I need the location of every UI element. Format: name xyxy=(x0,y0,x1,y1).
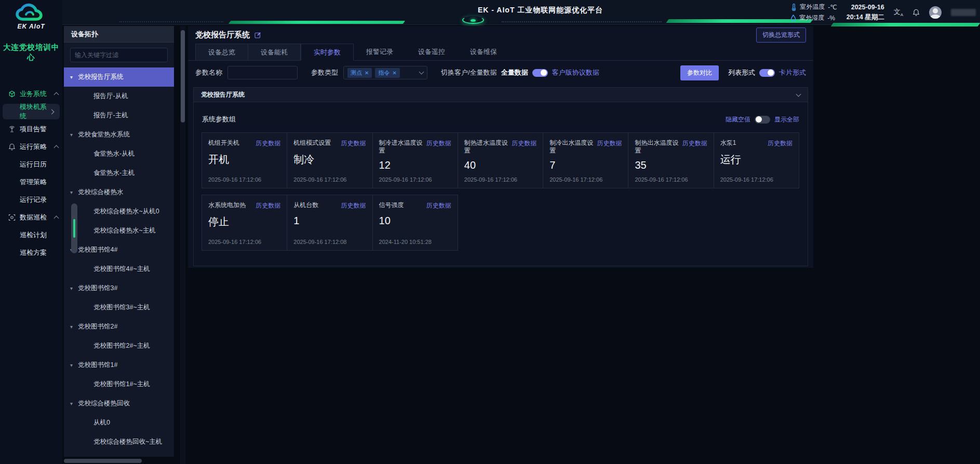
outdoor-temp-label: 室外温度 xyxy=(800,3,825,11)
edit-title-icon[interactable] xyxy=(254,32,261,38)
param-title: 从机台数 xyxy=(293,201,318,209)
tree-node[interactable]: 党校图书馆2#~主机 xyxy=(64,336,174,356)
tree-node[interactable]: 党校图书馆4#~主机 xyxy=(64,260,174,279)
tab[interactable]: 设备总览 xyxy=(195,44,248,60)
param-timestamp: 2025-09-16 17:12:06 xyxy=(208,176,280,183)
panel-collapse-handle[interactable] xyxy=(71,203,77,253)
tree-node[interactable]: 党校图书馆1#~主机 xyxy=(64,375,174,394)
sidebar-submenu-item[interactable]: 巡检方案 xyxy=(0,244,62,262)
tab[interactable]: 设备能耗 xyxy=(248,44,301,60)
history-data-link[interactable]: 历史数据 xyxy=(682,139,707,148)
tree-node[interactable]: ▾ 党校图书馆3# xyxy=(64,279,174,298)
tree-caret-icon[interactable]: ▾ xyxy=(70,132,78,138)
system-section: 党校报告厅系统 系统参数组 隐藏空值 显示全部 机组开关机 历史数据 开机 20… xyxy=(193,87,808,266)
hide-empty-label: 隐藏空值 xyxy=(726,115,750,124)
tab[interactable]: 设备维保 xyxy=(458,44,509,60)
sidebar-menu-item[interactable]: 项目告警 xyxy=(0,120,62,138)
sidebar-menu-item[interactable]: 运行策略 xyxy=(0,138,62,156)
tree-node[interactable]: 党校图书馆3#~主机 xyxy=(64,298,174,317)
outdoor-humidity-label: 室外湿度 xyxy=(799,13,824,22)
history-data-link[interactable]: 历史数据 xyxy=(768,139,793,148)
tree-node[interactable]: ▾ 党校综合楼热水 xyxy=(64,183,174,202)
cloud-logo-icon xyxy=(14,3,48,24)
param-title: 制热出水温度设置 xyxy=(635,139,682,155)
tree-node[interactable]: ▾ 党校报告厅系统 xyxy=(64,67,174,87)
history-data-link[interactable]: 历史数据 xyxy=(256,139,280,148)
param-name-input[interactable] xyxy=(227,66,298,79)
tree-node[interactable]: 党校综合楼热水~从机0 xyxy=(64,202,174,221)
param-type-label: 参数类型 xyxy=(311,68,338,77)
history-data-link[interactable]: 历史数据 xyxy=(512,139,536,148)
list-view-label: 列表形式 xyxy=(728,68,755,77)
param-title: 制冷出水温度设置 xyxy=(549,139,597,155)
sidebar-menu-item[interactable]: 业务系统 xyxy=(0,85,62,103)
history-data-link[interactable]: 历史数据 xyxy=(256,201,280,210)
view-mode-toggle[interactable] xyxy=(759,69,775,77)
user-avatar[interactable] xyxy=(929,6,942,19)
tree-node[interactable]: 食堂热水-从机 xyxy=(64,144,174,163)
parameter-card-grid: 机组开关机 历史数据 开机 2025-09-16 17:12:06 机组模式设置… xyxy=(202,132,799,251)
sidebar-submenu-item[interactable]: 巡检计划 xyxy=(0,226,62,244)
tree-node[interactable]: 报告厅-主机 xyxy=(64,106,174,125)
sidebar-submenu-item[interactable]: 管理策略 xyxy=(0,173,62,191)
parameter-card: 机组模式设置 历史数据 制冷 2025-09-16 17:12:06 xyxy=(287,132,372,188)
tree-node[interactable]: ▾ 党校图书馆2# xyxy=(64,317,174,336)
tab[interactable]: 实时参数 xyxy=(301,44,354,61)
tree-search-box[interactable] xyxy=(70,48,168,62)
tree-node[interactable]: ▾ 党校食堂热水系统 xyxy=(64,125,174,144)
tree-node[interactable]: 党校综合楼热水~主机 xyxy=(64,221,174,240)
tree-node[interactable]: ▾ 党校综合楼热回收 xyxy=(64,394,174,413)
language-icon[interactable]: 文A xyxy=(894,8,903,17)
history-data-link[interactable]: 历史数据 xyxy=(597,139,622,148)
datetime-block: 2025-09-16 20:14 星期二 xyxy=(847,4,884,22)
tree-node[interactable]: ▾ 党校综合楼1# xyxy=(64,452,174,457)
parameter-card: 水系统电加热 历史数据 停止 2025-09-16 17:12:06 xyxy=(202,195,287,251)
dotted-line-deco xyxy=(119,21,223,22)
sidebar-menu-item[interactable]: 数据巡检 xyxy=(0,209,62,226)
section-header[interactable]: 党校报告厅系统 xyxy=(194,88,808,102)
filter-tag[interactable]: 指令✕ xyxy=(375,68,399,78)
tree-caret-icon[interactable]: ▾ xyxy=(70,324,78,330)
history-data-link[interactable]: 历史数据 xyxy=(341,139,366,148)
tree-caret-icon[interactable]: ▾ xyxy=(70,362,78,368)
param-compare-button[interactable]: 参数对比 xyxy=(680,65,719,80)
tree-caret-icon[interactable]: ▾ xyxy=(70,285,78,291)
filter-tag[interactable]: 测点✕ xyxy=(347,68,372,78)
h-scrollbar-thumb[interactable] xyxy=(64,459,142,463)
chevron-up-icon xyxy=(54,145,59,151)
tree-node[interactable]: ▾ 党校图书馆1# xyxy=(64,356,174,375)
sidebar-submenu-item[interactable]: 运行日历 xyxy=(0,156,62,173)
param-timestamp: 2025-09-16 17:12:06 xyxy=(379,176,451,183)
tree-node[interactable]: 食堂热水-主机 xyxy=(64,163,174,183)
switch-overview-button[interactable]: 切换总览形式 xyxy=(756,28,806,43)
tab[interactable]: 报警记录 xyxy=(354,44,406,60)
history-data-link[interactable]: 历史数据 xyxy=(426,201,451,210)
tree-search-input[interactable] xyxy=(75,51,163,59)
tree-node[interactable]: ▾ 党校图书馆4# xyxy=(64,240,174,260)
tree-caret-icon[interactable]: ▾ xyxy=(70,401,78,406)
hide-empty-toggle[interactable] xyxy=(755,116,770,124)
center-emblem-deco xyxy=(462,16,484,24)
tree-node[interactable]: 党校综合楼热回收~主机 xyxy=(64,432,174,452)
alarm-icon xyxy=(8,126,16,133)
history-data-link[interactable]: 历史数据 xyxy=(341,201,366,210)
bell-icon[interactable] xyxy=(912,9,920,16)
chevron-down-icon xyxy=(796,91,801,97)
sidebar-submenu-item[interactable]: 运行记录 xyxy=(0,191,62,209)
tree-node[interactable]: 从机0 xyxy=(64,413,174,432)
history-data-link[interactable]: 历史数据 xyxy=(426,139,451,148)
tree-node[interactable]: 报告厅-从机 xyxy=(64,87,174,106)
data-scope-toggle[interactable] xyxy=(532,69,548,77)
left-sidebar: EK AIoT 大连党校培训中心 业务系统 模块机系统 项目告警 运行策略 运行… xyxy=(0,0,62,464)
main-content: 党校报告厅系统 切换总览形式 设备总览设备能耗实时参数报警记录设备遥控设备维保 … xyxy=(188,26,813,268)
param-type-select[interactable]: 测点✕指令✕ xyxy=(343,66,427,79)
param-title: 信号强度 xyxy=(379,201,404,209)
parameter-card: 从机台数 历史数据 1 2025-09-16 17:12:08 xyxy=(287,195,372,251)
tab[interactable]: 设备遥控 xyxy=(406,44,458,60)
tag-close-icon[interactable]: ✕ xyxy=(365,70,369,76)
tree-caret-icon[interactable]: ▾ xyxy=(70,74,78,80)
v-scrollbar-thumb[interactable] xyxy=(181,30,185,122)
sidebar-submenu-item[interactable]: 模块机系统 xyxy=(3,104,60,119)
tag-close-icon[interactable]: ✕ xyxy=(392,70,396,76)
tree-caret-icon[interactable]: ▾ xyxy=(70,189,78,195)
